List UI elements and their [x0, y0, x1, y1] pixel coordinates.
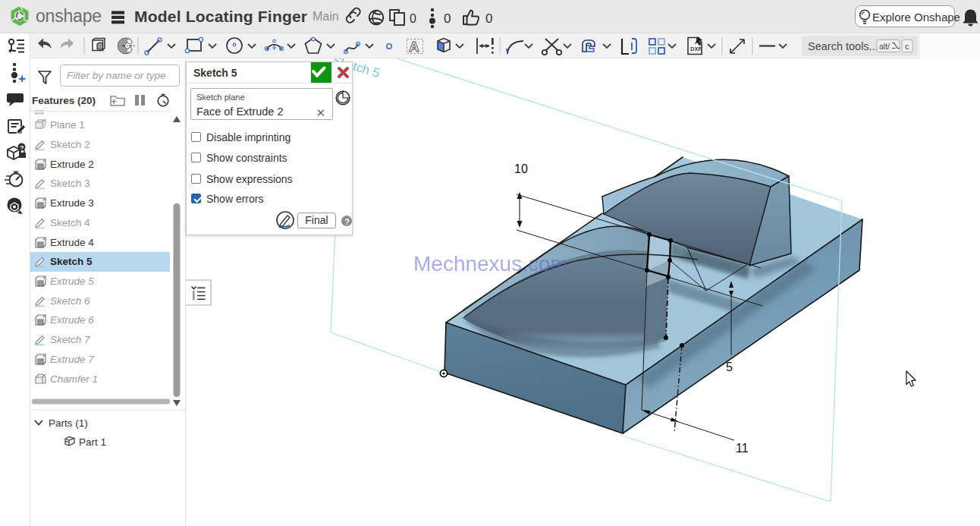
- svg-text:0: 0: [485, 11, 492, 26]
- svg-text:Part 1: Part 1: [79, 436, 106, 448]
- svg-text:+: +: [18, 71, 26, 86]
- svg-text:0: 0: [410, 12, 416, 25]
- svg-text:alt/: alt/: [879, 42, 890, 51]
- svg-text:Parts (1): Parts (1): [49, 417, 88, 429]
- svg-text:+: +: [112, 96, 117, 107]
- svg-text:Search tools...: Search tools...: [808, 40, 878, 52]
- svg-text:A: A: [409, 39, 419, 55]
- svg-text:?: ?: [344, 217, 350, 226]
- svg-text:DXF: DXF: [690, 46, 702, 52]
- svg-text:Explore Onshape: Explore Onshape: [872, 11, 960, 24]
- svg-text:onshape: onshape: [36, 6, 102, 26]
- svg-text:0: 0: [444, 11, 451, 26]
- svg-text:c: c: [905, 42, 909, 51]
